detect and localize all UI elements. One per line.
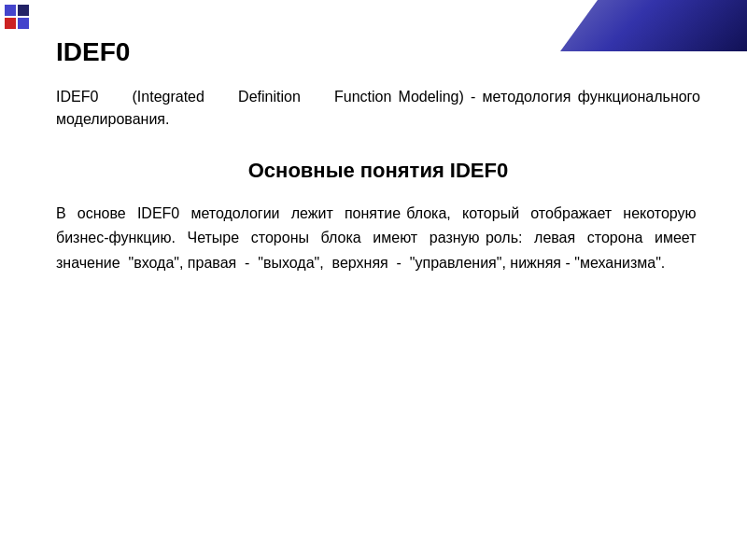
- page-content: IDEF0 IDEF0 (Integrated Definition Funct…: [0, 9, 747, 303]
- corner-decoration-topright: [560, 0, 747, 51]
- body-paragraph: В основе IDEF0 методологии лежит понятие…: [56, 202, 700, 275]
- corner-decoration-topleft: [5, 5, 29, 29]
- intro-paragraph: IDEF0 (Integrated Definition Function Mo…: [56, 86, 700, 131]
- corner-square-4: [18, 18, 29, 29]
- section-title: Основные понятия IDEF0: [56, 159, 700, 183]
- corner-square-1: [5, 5, 16, 16]
- corner-square-3: [5, 18, 16, 29]
- corner-square-2: [18, 5, 29, 16]
